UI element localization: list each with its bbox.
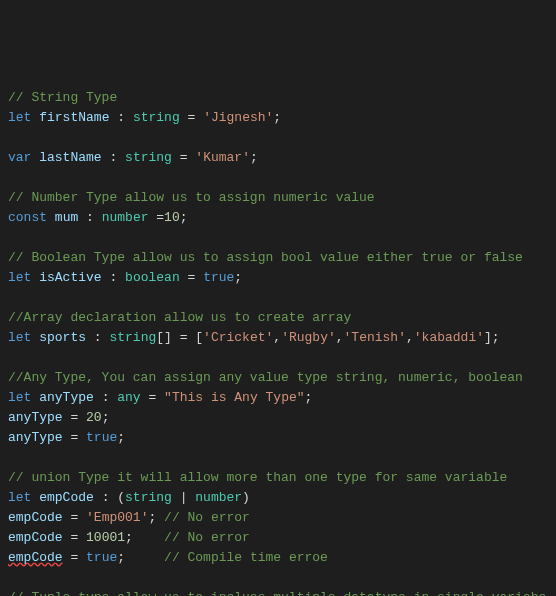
identifier: empCode	[8, 510, 63, 525]
number-literal: 10001	[86, 530, 125, 545]
type: string	[133, 110, 180, 125]
keyword-let: let	[8, 490, 31, 505]
code-line: const mum : number =10;	[8, 208, 548, 228]
type: string	[125, 490, 172, 505]
type: number	[195, 490, 242, 505]
code-line	[8, 448, 548, 468]
code-line: anyType = true;	[8, 428, 548, 448]
identifier: sports	[39, 330, 86, 345]
string-literal: 'Tenish'	[344, 330, 406, 345]
code-line: // String Type	[8, 88, 548, 108]
identifier: anyType	[39, 390, 94, 405]
identifier: empCode	[8, 530, 63, 545]
code-line	[8, 288, 548, 308]
type: any	[117, 390, 140, 405]
boolean-literal: true	[86, 550, 117, 565]
keyword-let: let	[8, 330, 31, 345]
number-literal: 20	[86, 410, 102, 425]
comment: // Boolean Type allow us to assign bool …	[8, 250, 523, 265]
identifier: empCode	[39, 490, 94, 505]
code-line	[8, 568, 548, 588]
type: string	[109, 330, 156, 345]
boolean-literal: true	[86, 430, 117, 445]
code-line: empCode = true; // Compile time erroe	[8, 548, 548, 568]
code-line	[8, 348, 548, 368]
comment: //Array declaration allow us to create a…	[8, 310, 351, 325]
comment: // Number Type allow us to assign numeri…	[8, 190, 375, 205]
comment: // Tuple type allow us to inclues multip…	[8, 590, 546, 596]
identifier: anyType	[8, 430, 63, 445]
code-line: // Number Type allow us to assign numeri…	[8, 188, 548, 208]
identifier: lastName	[39, 150, 101, 165]
code-line: //Any Type, You can assign any value typ…	[8, 368, 548, 388]
comment: // union Type it will allow more than on…	[8, 470, 507, 485]
keyword-let: let	[8, 110, 31, 125]
string-literal: "This is Any Type"	[164, 390, 304, 405]
comment: // Compile time erroe	[164, 550, 328, 565]
comment: // String Type	[8, 90, 117, 105]
string-literal: 'Jignesh'	[203, 110, 273, 125]
identifier: anyType	[8, 410, 63, 425]
code-line	[8, 228, 548, 248]
code-line	[8, 168, 548, 188]
string-literal: 'Rugby'	[281, 330, 336, 345]
code-line: var lastName : string = 'Kumar';	[8, 148, 548, 168]
code-line: let firstName : string = 'Jignesh';	[8, 108, 548, 128]
code-line: anyType = 20;	[8, 408, 548, 428]
identifier: firstName	[39, 110, 109, 125]
code-line: // union Type it will allow more than on…	[8, 468, 548, 488]
code-line: let sports : string[] = ['Cricket','Rugb…	[8, 328, 548, 348]
code-line: //Array declaration allow us to create a…	[8, 308, 548, 328]
comment: //Any Type, You can assign any value typ…	[8, 370, 523, 385]
type: number	[102, 210, 149, 225]
code-line: let isActive : boolean = true;	[8, 268, 548, 288]
number-literal: 10	[164, 210, 180, 225]
comment: // No error	[164, 530, 250, 545]
code-line: // Tuple type allow us to inclues multip…	[8, 588, 548, 596]
identifier-error: empCode	[8, 550, 63, 565]
string-literal: 'Cricket'	[203, 330, 273, 345]
identifier: isActive	[39, 270, 101, 285]
keyword-let: let	[8, 270, 31, 285]
keyword-let: let	[8, 390, 31, 405]
comment: // No error	[164, 510, 250, 525]
keyword-const: const	[8, 210, 47, 225]
code-line: empCode = 10001; // No error	[8, 528, 548, 548]
type: boolean	[125, 270, 180, 285]
string-literal: 'kabaddi'	[414, 330, 484, 345]
string-literal: 'Emp001'	[86, 510, 148, 525]
code-editor[interactable]: // String Typelet firstName : string = '…	[8, 88, 548, 596]
code-line: let anyType : any = "This is Any Type";	[8, 388, 548, 408]
type: string	[125, 150, 172, 165]
boolean-literal: true	[203, 270, 234, 285]
identifier: mum	[55, 210, 78, 225]
code-line	[8, 128, 548, 148]
code-line: let empCode : (string | number)	[8, 488, 548, 508]
code-line: empCode = 'Emp001'; // No error	[8, 508, 548, 528]
keyword-var: var	[8, 150, 31, 165]
string-literal: 'Kumar'	[195, 150, 250, 165]
code-line: // Boolean Type allow us to assign bool …	[8, 248, 548, 268]
